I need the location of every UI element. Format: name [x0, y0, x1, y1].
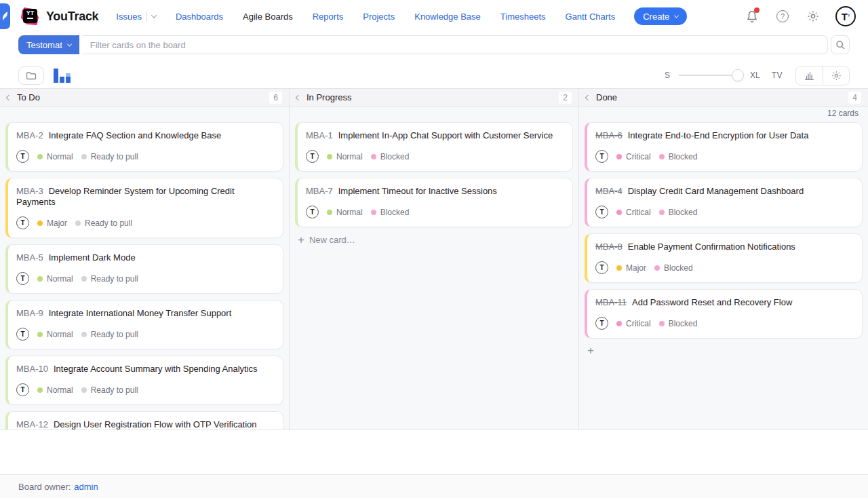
card-size-slider[interactable] — [679, 69, 741, 81]
status-field: Ready to pull — [81, 152, 138, 161]
column-header-done[interactable]: Done 4 — [578, 89, 868, 106]
column-headers-row: To Do 6 In Progress 2 Done 4 — [0, 88, 868, 107]
histogram-icon — [804, 71, 814, 80]
assignee-avatar[interactable]: T — [595, 317, 608, 330]
notifications-bell-icon[interactable] — [744, 8, 760, 24]
priority-dot-icon — [616, 321, 622, 326]
board-folder-button[interactable] — [18, 66, 44, 85]
status-dot-icon — [81, 387, 87, 393]
tv-mode-button[interactable]: TV — [772, 71, 783, 80]
assignee-avatar[interactable]: T — [595, 150, 608, 163]
card-title-row: MBA-9Integrate International Money Trans… — [16, 308, 275, 319]
assignee-avatar[interactable]: T — [306, 206, 319, 218]
assignee-avatar[interactable]: T — [306, 150, 319, 163]
youtrack-agile-board-page: YT YouTrack Issues Dashboards Agile Boar… — [0, 0, 868, 498]
card-title: Integrate International Money Transfer S… — [49, 308, 232, 318]
assignee-avatar[interactable]: T — [595, 261, 608, 274]
project-selector-button[interactable]: Testomat — [18, 35, 79, 54]
create-button[interactable]: Create — [634, 7, 687, 25]
card-title-row: MBA-11Add Password Reset and Recovery Fl… — [595, 297, 854, 308]
nav-divider — [146, 12, 147, 22]
nav-gantt-charts[interactable]: Gantt Charts — [566, 12, 616, 22]
add-card-button[interactable]: + New card… — [295, 233, 573, 246]
nav-projects[interactable]: Projects — [363, 12, 395, 22]
user-avatar[interactable]: T — [835, 6, 856, 26]
board-card[interactable]: MBA-2Integrate FAQ Section and Knowledge… — [5, 122, 283, 172]
board-card[interactable]: MBA-3Develop Reminder System for Upcomin… — [5, 178, 283, 238]
board-card[interactable]: MBA-11Add Password Reset and Recovery Fl… — [585, 289, 863, 339]
assignee-avatar[interactable]: T — [16, 216, 29, 229]
status-label: Ready to pull — [91, 274, 138, 284]
card-meta-row: T Normal Blocked — [306, 206, 564, 218]
product-name: YouTrack — [46, 9, 98, 24]
status-dot-icon — [654, 265, 660, 271]
status-label: Blocked — [669, 152, 698, 161]
nav-agile-boards[interactable]: Agile Boards — [243, 12, 293, 22]
chevron-down-icon[interactable] — [151, 12, 157, 18]
column-header-todo[interactable]: To Do 6 — [0, 89, 289, 106]
search-button[interactable] — [831, 35, 850, 54]
burndown-chart-button[interactable] — [796, 66, 823, 85]
nav-knowledge-base[interactable]: Knowledge Base — [414, 12, 481, 22]
main-nav: Issues Dashboards Agile Boards Reports P… — [116, 12, 615, 22]
status-field: Blocked — [659, 319, 698, 328]
add-card-button[interactable]: + — [585, 345, 863, 357]
nav-timesheets[interactable]: Timesheets — [500, 12, 546, 22]
status-label: Ready to pull — [85, 218, 132, 228]
priority-label: Critical — [626, 152, 651, 161]
board-card[interactable]: MBA-9Integrate International Money Trans… — [5, 300, 283, 349]
board-card[interactable]: MBA-5Implement Dark Mode T Normal Ready … — [5, 244, 283, 294]
card-title: Add Password Reset and Recovery Flow — [632, 297, 792, 307]
board-card[interactable]: MBA-12Design User Registration Flow with… — [5, 411, 283, 429]
slider-handle[interactable] — [732, 69, 744, 81]
settings-gear-icon[interactable] — [805, 8, 821, 24]
board-card[interactable]: MBA-1Implement In-App Chat Support with … — [295, 122, 573, 172]
card-id: MBA-12 — [16, 419, 48, 429]
filter-cards-input[interactable] — [82, 35, 828, 54]
board-card[interactable]: MBA-4Display Credit Card Management Dash… — [585, 178, 863, 227]
assignee-avatar[interactable]: T — [16, 328, 29, 341]
status-field: Blocked — [654, 263, 693, 273]
card-title-row: MBA-7Implement Timeout for Inactive Sess… — [306, 186, 564, 197]
status-field: Blocked — [371, 152, 410, 161]
priority-field: Normal — [37, 274, 73, 284]
card-title-row: MBA-6Integrate End-to-End Encryption for… — [595, 130, 854, 141]
priority-label: Critical — [626, 208, 651, 217]
board-card[interactable]: MBA-8Enable Payment Confirmation Notific… — [585, 233, 863, 283]
priority-dot-icon — [37, 221, 43, 226]
status-field: Ready to pull — [81, 385, 138, 395]
help-icon[interactable]: ? — [774, 8, 791, 24]
status-label: Ready to pull — [91, 385, 138, 395]
board-settings-button[interactable] — [823, 66, 849, 85]
plus-icon: + — [587, 346, 594, 356]
priority-label: Major — [626, 263, 646, 273]
board-card[interactable]: MBA-7Implement Timeout for Inactive Sess… — [295, 178, 573, 227]
assignee-avatar[interactable]: T — [16, 383, 29, 396]
assignee-avatar[interactable]: T — [16, 272, 29, 285]
card-title-row: MBA-10Integrate Account Summary with Spe… — [16, 364, 275, 375]
board-card[interactable]: MBA-6Integrate End-to-End Encryption for… — [585, 122, 863, 172]
collapse-column-icon[interactable] — [585, 94, 591, 100]
board-card[interactable]: MBA-10Integrate Account Summary with Spe… — [5, 356, 283, 405]
assignee-avatar[interactable]: T — [16, 150, 29, 163]
collapse-column-icon[interactable] — [296, 94, 301, 100]
card-title: Implement Dark Mode — [49, 252, 136, 263]
collapse-column-icon[interactable] — [6, 94, 12, 100]
assignee-avatar[interactable]: T — [595, 206, 608, 218]
column-header-in-progress[interactable]: In Progress 2 — [289, 89, 578, 106]
board-owner-link[interactable]: admin — [74, 482, 98, 492]
chart-view-toggle-icon[interactable] — [54, 68, 71, 83]
priority-label: Normal — [47, 330, 73, 339]
priority-field: Normal — [327, 152, 363, 161]
assistant-sidebar-button[interactable] — [0, 3, 10, 29]
nav-dashboards[interactable]: Dashboards — [176, 12, 223, 22]
priority-label: Normal — [47, 385, 73, 395]
priority-label: Normal — [47, 274, 73, 284]
nav-reports[interactable]: Reports — [313, 12, 344, 22]
card-title: Implement In-App Chat Support with Custo… — [338, 130, 553, 140]
priority-dot-icon — [327, 210, 332, 215]
column-done: 12 cards MBA-6Integrate End-to-End Encry… — [578, 107, 868, 429]
nav-issues[interactable]: Issues — [116, 12, 156, 22]
priority-label: Major — [47, 218, 67, 228]
youtrack-logo[interactable]: YT YouTrack — [20, 6, 98, 26]
